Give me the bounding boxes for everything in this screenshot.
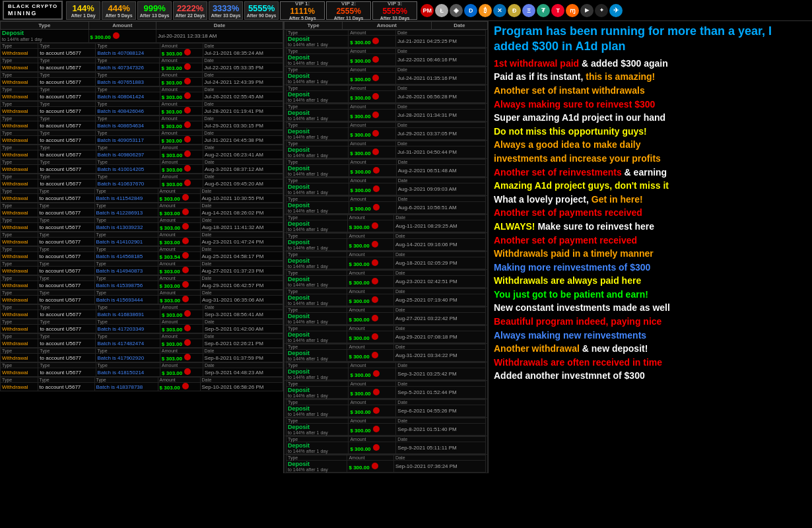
tx-type: Deposit to 144% after 1 day <box>1 30 89 43</box>
table-row: Type Type Type Amount Date <box>1 334 283 339</box>
withdrawal-group: Type Type Type Amount Date Withdrawal to… <box>0 130 283 145</box>
xmr-icon[interactable]: ɱ <box>566 4 579 17</box>
withdrawal-group: Type Type Type Amount Date Withdrawal to… <box>0 261 283 275</box>
withdrawal-group: Type Type Type Amount Date Withdrawal to… <box>0 188 283 203</box>
status-indicator <box>372 38 379 44</box>
table-row: Withdrawal to account U5677 Batch is 409… <box>1 150 283 159</box>
icon-extra2[interactable]: ✦ <box>595 4 608 17</box>
testimonial-line: investments and increase your profits <box>494 152 807 166</box>
logo[interactable]: BLACK CRYPTO MINING <box>3 1 63 19</box>
status-indicator <box>372 56 379 63</box>
tx-date: Jul-20-2021 12:33:18 AM <box>156 30 283 43</box>
status-indicator <box>373 370 380 377</box>
usdt-icon[interactable]: ₮ <box>537 4 550 17</box>
status-indicator <box>373 426 380 432</box>
withdrawal-group: Type Type Type Amount Date Withdrawal to… <box>0 203 283 217</box>
status-indicator <box>372 75 379 81</box>
status-indicator <box>372 352 378 358</box>
table-row: Withdrawal to account U5677 Batch is 414… <box>1 267 283 275</box>
icon2[interactable]: ◈ <box>450 4 463 17</box>
table-row: Type Type Type Amount Date <box>1 203 283 209</box>
status-indicator <box>182 383 189 389</box>
table-row: Withdrawal to account U5677 Batch is 412… <box>1 209 283 217</box>
status-indicator <box>372 112 379 118</box>
btc-icon[interactable]: ₿ <box>479 4 492 17</box>
table-row: Type Amount Date Deposit to 144% after 1… <box>285 455 488 473</box>
testimonials-panel: Program has been running for more than a… <box>489 21 812 473</box>
trx-icon[interactable]: T <box>551 4 564 17</box>
table-row: Type Type Type Amount Date <box>1 44 283 49</box>
withdrawal-group: Type Type Type Amount Date Withdrawal to… <box>0 86 283 101</box>
col-type: Type <box>285 22 343 30</box>
status-indicator <box>184 136 191 143</box>
withdrawals-list: Type Type Type Amount Date Withdrawal to… <box>0 43 283 391</box>
withdrawal-group: Type Type Type Amount Date Withdrawal to… <box>0 362 283 377</box>
table-row: Deposit to 144% after 1 day $ 300.00 Jul… <box>1 30 283 43</box>
table-row: Type Amount Date Deposit to 144% after 1… <box>285 178 488 196</box>
withdrawal-group: Type Type Type Amount Date Withdrawal to… <box>0 145 283 159</box>
testimonials-block: 1st withdrawal paid & added $300 againPa… <box>494 57 807 383</box>
col-date: Date <box>156 22 283 30</box>
table-row: Withdrawal to account U5677 Batch is 411… <box>1 194 283 203</box>
table-row: Withdrawal to account U5677 Batch is 409… <box>1 136 283 145</box>
testimonial-line: Paid as if its instant, this is amazing! <box>494 71 807 84</box>
table-row: Type Type Type Amount Date <box>1 276 283 281</box>
withdrawal-group: Type Type Type Amount Date Withdrawal to… <box>0 101 283 116</box>
tx-amount: $ 300.00 <box>88 30 156 43</box>
testimonial-line: Withdrawals paid in a timely manner <box>494 248 807 261</box>
table-row: Type Amount Date Deposit to 144% after 1… <box>285 85 488 104</box>
status-indicator <box>373 407 380 414</box>
deposits-table: Type Amount Date Type Amount Date Deposi <box>284 21 488 473</box>
testimonial-line: Withdrawals are always paid here <box>494 275 807 288</box>
pm-icon[interactable]: PM <box>421 4 434 17</box>
table-row: Withdrawal to account U5677 Batch is 414… <box>1 252 283 261</box>
status-indicator <box>372 315 378 321</box>
withdrawals-panel: Type Amount Date Deposit to 144% after 1… <box>0 21 284 473</box>
status-indicator <box>184 63 191 70</box>
status-indicator <box>184 107 191 114</box>
table-row: Type Type Type Amount Date <box>1 218 283 223</box>
table-row: Withdrawal to account U5677 Batch is 416… <box>1 310 283 319</box>
testimonial-line: Always making new reinvestments <box>494 329 807 343</box>
status-indicator <box>182 223 189 230</box>
col-amount: Amount <box>343 22 431 30</box>
status-indicator <box>184 150 191 157</box>
xrp-icon[interactable]: ✕ <box>493 4 506 17</box>
status-indicator <box>373 389 380 395</box>
stat-badge-2222: 2222% After 22 Days <box>173 1 207 20</box>
eth-icon[interactable]: Ξ <box>522 4 535 17</box>
dash-icon[interactable]: D <box>464 4 477 17</box>
testimonial-line: Amazing A1d project guys, don't miss it <box>494 180 807 193</box>
testimonial-line: Another set of payments received <box>494 207 807 220</box>
table-row: Type Type Type Amount Date <box>1 160 283 165</box>
table-row: Type Amount Date Deposit to 144% after 1… <box>285 436 488 455</box>
table-row: Type Type Type Amount Date <box>1 73 283 78</box>
table-row: Type Type Type Amount Date <box>1 87 283 92</box>
table-row: Type Amount Date Deposit to 144% after 1… <box>285 325 488 344</box>
promo-text: Program has been running for more than a… <box>494 24 807 55</box>
status-indicator <box>372 148 379 155</box>
ltc-icon[interactable]: Ł <box>435 4 448 17</box>
table-row: Type Amount Date Deposit to 144% after 1… <box>285 67 488 85</box>
testimonial-line: Do not miss this opportunity guys! <box>494 125 807 139</box>
table-row: Type Type Type Amount Date <box>1 319 283 325</box>
icon-extra1[interactable]: ▶ <box>580 4 593 17</box>
status-indicator <box>372 93 379 100</box>
stat-badge-144: 144% After 1 Day <box>66 1 100 20</box>
table-row: Withdrawal to account U5677 Batch is 410… <box>1 180 283 188</box>
table-row: Type Amount Date Deposit to 144% after 1… <box>285 159 488 178</box>
table-row: Withdrawal to account U5677 Batch is 414… <box>1 238 283 246</box>
testimonial-line: Another set of instant withdrawals <box>494 84 807 98</box>
telegram-icon[interactable]: ✈ <box>609 4 623 17</box>
table-row: Type Amount Date Deposit to 144% after 1… <box>285 233 488 251</box>
table-row: Withdrawal to account U5677 Batch is 410… <box>1 165 283 174</box>
header: BLACK CRYPTO MINING 144% After 1 Day 444… <box>0 0 812 21</box>
status-indicator <box>372 241 378 248</box>
withdrawals-table: Type Amount Date Deposit to 144% after 1… <box>0 21 283 43</box>
testimonial-line: ALWAYS! Make sure to reinvest here <box>494 220 807 234</box>
doge-icon[interactable]: Ð <box>508 4 521 17</box>
withdrawal-group: Type Type Type Amount Date Withdrawal to… <box>0 333 283 348</box>
table-row: Withdrawal to account U5677 Batch is 407… <box>1 78 283 86</box>
status-indicator <box>184 325 191 331</box>
table-row: Type Type Type Amount Date <box>1 290 283 296</box>
